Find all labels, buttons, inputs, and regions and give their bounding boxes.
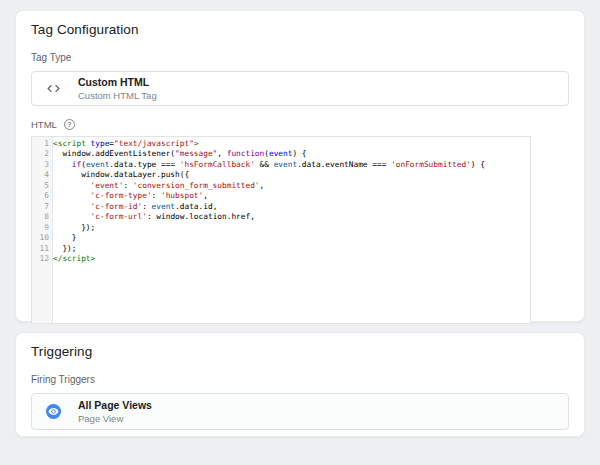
- line-number: 10: [32, 233, 53, 243]
- code-line: 12</script>: [32, 254, 530, 264]
- code-line: 8 'c-form-url': window.location.href,: [32, 212, 530, 222]
- line-number: 6: [32, 191, 53, 201]
- code-line: 4 window.dataLayer.push({: [32, 170, 530, 180]
- triggering-title: Triggering: [31, 333, 569, 359]
- tag-type-label: Tag Type: [31, 52, 569, 63]
- line-number: 4: [32, 170, 53, 180]
- line-number: 7: [32, 202, 53, 212]
- tag-type-description: Custom HTML Tag: [78, 91, 157, 101]
- help-icon[interactable]: ?: [64, 119, 75, 130]
- line-number: 3: [32, 160, 53, 170]
- code-line: 9 });: [32, 223, 530, 233]
- trigger-name: All Page Views: [78, 400, 152, 411]
- line-number: 9: [32, 223, 53, 233]
- line-number: 11: [32, 244, 53, 254]
- code-line: 6 'c-form-type': 'hubspot',: [32, 191, 530, 201]
- line-number: 12: [32, 254, 53, 264]
- tag-configuration-card: Tag Configuration Tag Type Custom HTML C…: [15, 10, 585, 322]
- tag-type-row[interactable]: Custom HTML Custom HTML Tag: [31, 71, 569, 106]
- html-field-label: HTML: [31, 119, 57, 130]
- triggering-card: Triggering Firing Triggers All Page View…: [15, 332, 585, 437]
- code-line: 1<script type="text/javascript">: [32, 139, 530, 149]
- tag-type-name: Custom HTML: [78, 77, 157, 88]
- html-field-label-row: HTML ?: [31, 119, 569, 130]
- line-number: 2: [32, 149, 53, 159]
- line-number: 1: [32, 139, 53, 149]
- trigger-row-all-page-views[interactable]: All Page Views Page View: [31, 393, 569, 430]
- code-icon: [46, 81, 61, 96]
- code-line: 2 window.addEventListener("message", fun…: [32, 149, 530, 159]
- tag-configuration-title: Tag Configuration: [31, 11, 569, 37]
- code-line: 7 'c-form-id': event.data.id,: [32, 202, 530, 212]
- tag-type-text: Custom HTML Custom HTML Tag: [78, 77, 157, 100]
- trigger-text: All Page Views Page View: [78, 400, 152, 423]
- code-line: 3 if(event.data.type === 'hsFormCallback…: [32, 160, 530, 170]
- firing-triggers-label: Firing Triggers: [31, 374, 569, 385]
- eye-icon: [46, 404, 61, 419]
- line-number: 8: [32, 212, 53, 222]
- code-line: 10 }: [32, 233, 530, 243]
- code-line: 11 });: [32, 244, 530, 254]
- editor-lines: 1<script type="text/javascript">2 window…: [32, 137, 530, 264]
- code-line: 5 'event': 'conversion_form_submitted',: [32, 181, 530, 191]
- trigger-type: Page View: [78, 414, 152, 424]
- html-code-editor[interactable]: 1<script type="text/javascript">2 window…: [31, 136, 531, 324]
- line-number: 5: [32, 181, 53, 191]
